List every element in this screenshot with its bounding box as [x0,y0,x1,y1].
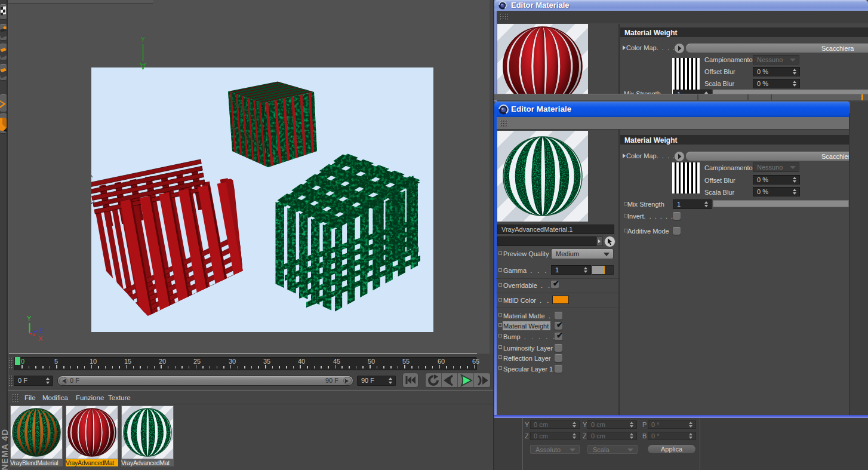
svg-text:Y: Y [141,36,145,43]
svg-text:Z: Z [39,327,43,334]
svg-text:X: X [38,335,43,342]
svg-text:Y: Y [27,315,32,322]
